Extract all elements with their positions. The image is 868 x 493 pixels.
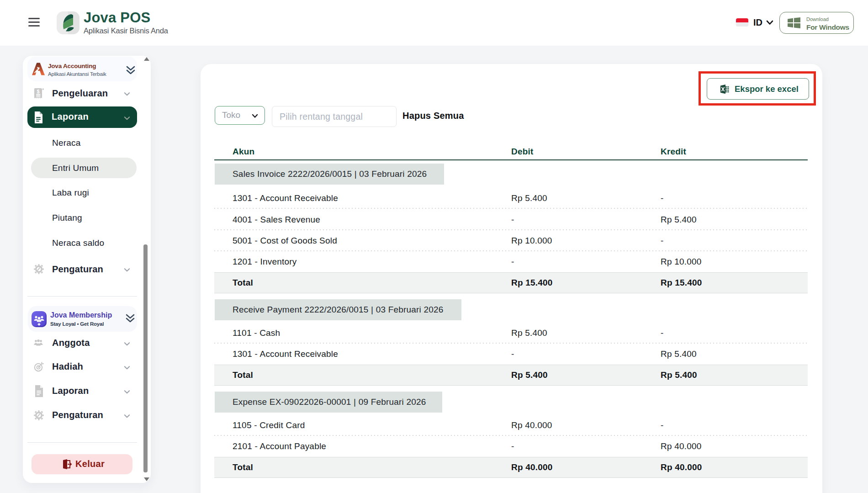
svg-text:$: $ (37, 89, 39, 94)
